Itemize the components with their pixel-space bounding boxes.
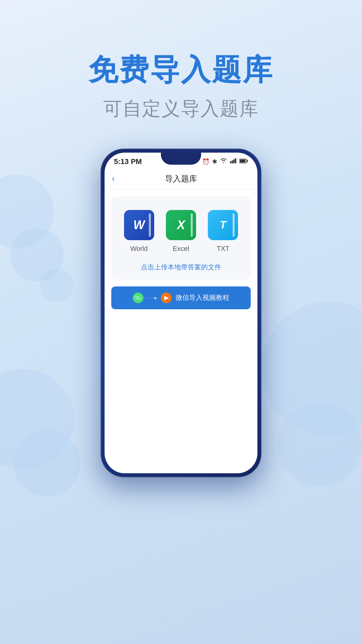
status-time: 5:13 PM [114, 157, 142, 166]
target-icon: ▶ [161, 292, 172, 303]
word-letter: W [133, 218, 145, 232]
wechat-button-icons: ····► ▶ [133, 292, 171, 303]
svg-rect-5 [247, 160, 248, 162]
upload-hint[interactable]: 点击上传本地带答案的文件 [118, 263, 244, 272]
word-file-type[interactable]: W World [124, 210, 154, 253]
word-label: World [130, 245, 148, 253]
alarm-icon: ⏰ [202, 158, 209, 165]
svg-rect-2 [233, 159, 235, 163]
phone-mockup: 5:13 PM ⏰ ✱ [0, 149, 362, 477]
phone-frame: 5:13 PM ⏰ ✱ [101, 149, 261, 477]
phone-screen: 5:13 PM ⏰ ✱ [105, 153, 257, 473]
navigation-bar: ‹ 导入题库 [105, 168, 257, 190]
txt-bar-decoration [233, 213, 235, 237]
svg-rect-0 [230, 161, 231, 163]
word-icon: W [124, 210, 154, 240]
battery-icon [239, 158, 248, 165]
wifi-icon [220, 158, 227, 165]
svg-rect-1 [232, 160, 233, 163]
status-icons: ⏰ ✱ [202, 158, 248, 165]
header-section: 免费导入题库 可自定义导入题库 [0, 0, 362, 122]
wechat-icon [133, 292, 143, 303]
svg-point-12 [139, 298, 140, 299]
arrow-dots: ····► [145, 295, 159, 301]
excel-file-type[interactable]: X Excel [166, 210, 196, 253]
txt-icon: T [208, 210, 238, 240]
excel-bar-decoration [191, 213, 193, 237]
phone-notch [161, 153, 201, 165]
txt-label: TXT [217, 245, 229, 253]
word-bar-decoration [149, 213, 151, 237]
excel-label: Excel [173, 245, 189, 253]
wechat-tutorial-button[interactable]: ····► ▶ 微信导入视频教程 [111, 286, 251, 309]
file-types-row: W World X Excel [118, 210, 244, 253]
svg-rect-3 [235, 158, 236, 163]
excel-icon: X [166, 210, 196, 240]
page-title: 导入题库 [165, 173, 197, 184]
content-area: W World X Excel [105, 190, 257, 316]
wechat-button-label: 微信导入视频教程 [176, 293, 229, 302]
excel-letter: X [177, 218, 185, 232]
main-title: 免费导入题库 [0, 54, 362, 86]
txt-file-type[interactable]: T TXT [208, 210, 238, 253]
txt-letter: T [220, 219, 227, 231]
sub-title: 可自定义导入题库 [0, 96, 362, 122]
svg-point-11 [138, 298, 139, 299]
svg-point-10 [138, 297, 141, 300]
bluetooth-icon: ✱ [212, 158, 217, 165]
svg-rect-6 [240, 160, 246, 163]
svg-point-8 [136, 297, 137, 298]
file-types-card: W World X Excel [111, 197, 251, 280]
back-button[interactable]: ‹ [112, 173, 115, 184]
signal-icon [230, 158, 237, 165]
